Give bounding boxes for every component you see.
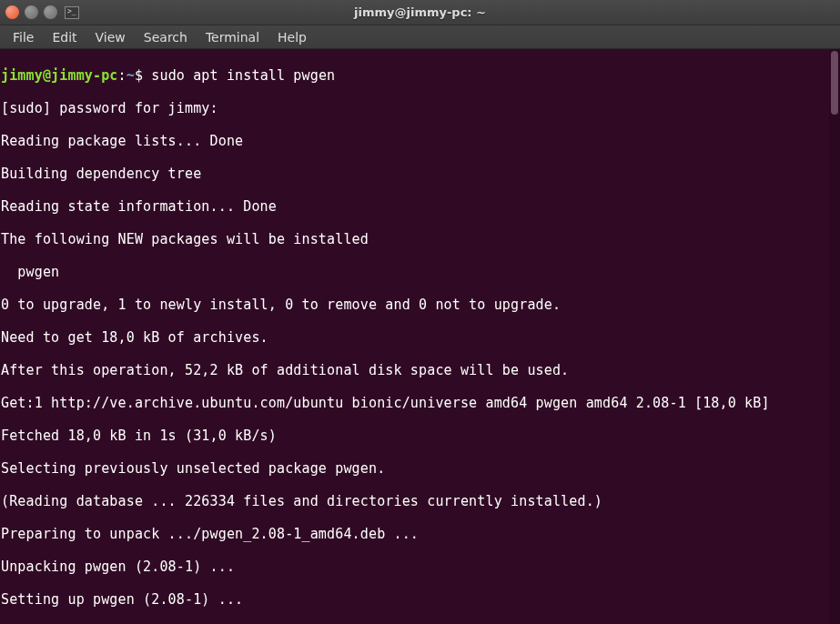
menu-view[interactable]: View — [86, 27, 135, 47]
output-line: [sudo] password for jimmy: — [1, 100, 839, 116]
output-line: (Reading database ... 226334 files and d… — [1, 493, 839, 509]
output-line: Preparing to unpack .../pwgen_2.08-1_amd… — [1, 526, 839, 542]
output-line: Reading state information... Done — [1, 198, 839, 215]
output-line: Fetched 18,0 kB in 1s (31,0 kB/s) — [1, 428, 839, 444]
menu-help[interactable]: Help — [268, 27, 316, 47]
menu-terminal[interactable]: Terminal — [197, 27, 268, 47]
output-line: pwgen — [1, 264, 839, 280]
menu-search[interactable]: Search — [135, 27, 197, 47]
output-line: 0 to upgrade, 1 to newly install, 0 to r… — [1, 297, 839, 313]
output-line: Get:1 http://ve.archive.ubuntu.com/ubunt… — [1, 395, 839, 411]
menubar: File Edit View Search Terminal Help — [0, 25, 840, 49]
prompt-user: jimmy@jimmy-pc — [1, 67, 118, 84]
window-controls — [5, 5, 57, 19]
minimize-button[interactable] — [25, 5, 38, 19]
prompt-symbol: $ — [135, 67, 151, 84]
close-button[interactable] — [5, 5, 19, 19]
terminal-icon — [65, 6, 79, 19]
menu-file[interactable]: File — [4, 27, 43, 47]
scrollbar-thumb[interactable] — [831, 51, 838, 115]
terminal-content[interactable]: jimmy@jimmy-pc:~$ sudo apt install pwgen… — [0, 49, 840, 624]
output-line: Need to get 18,0 kB of archives. — [1, 329, 839, 346]
prompt-colon: : — [118, 67, 127, 84]
prompt-path: ~ — [127, 67, 135, 84]
window-titlebar: jimmy@jimmy-pc: ~ — [0, 0, 840, 25]
command-text: sudo apt install pwgen — [151, 67, 335, 84]
scrollbar[interactable] — [829, 49, 840, 624]
output-line: Selecting previously unselected package … — [1, 460, 839, 477]
output-line: The following NEW packages will be insta… — [1, 231, 839, 247]
output-line: Building dependency tree — [1, 166, 839, 182]
maximize-button[interactable] — [44, 5, 57, 19]
output-line: After this operation, 52,2 kB of additio… — [1, 362, 839, 378]
output-line: Setting up pwgen (2.08-1) ... — [1, 591, 839, 608]
window-title: jimmy@jimmy-pc: ~ — [354, 5, 486, 19]
output-line: Reading package lists... Done — [1, 133, 839, 149]
output-line: Unpacking pwgen (2.08-1) ... — [1, 559, 839, 575]
menu-edit[interactable]: Edit — [43, 27, 86, 47]
